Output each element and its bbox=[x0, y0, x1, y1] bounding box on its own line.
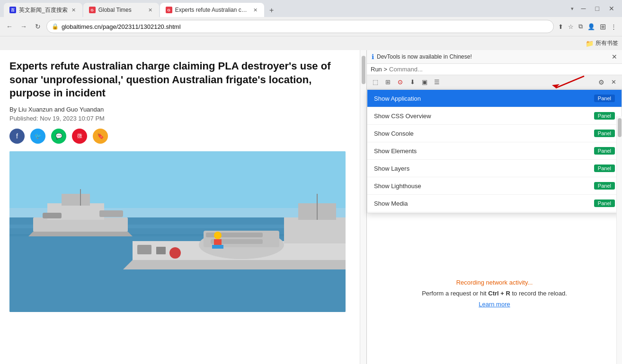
cmd-show-css-overview-label: Show CSS Overview bbox=[374, 113, 431, 120]
svg-rect-23 bbox=[212, 245, 223, 249]
browser-chrome: 百 英文新闻_百度搜索 ✕ G Global Times ✕ G Experts… bbox=[0, 0, 622, 50]
dt-notification-bar: ℹ DevTools is now available in Chinese! … bbox=[367, 50, 622, 64]
filter-icon[interactable]: ▣ bbox=[419, 77, 430, 88]
article-date: Published: Nov 19, 2023 10:07 PM bbox=[9, 115, 350, 122]
tab-gt-label: Global Times bbox=[98, 7, 144, 13]
wechat-share-button[interactable]: 💬 bbox=[51, 129, 66, 144]
cmd-elements-panel-btn[interactable]: Panel bbox=[594, 147, 615, 155]
cmd-show-media-label: Show Media bbox=[374, 200, 408, 207]
cmd-show-css-overview[interactable]: Show CSS Overview Panel bbox=[367, 107, 622, 125]
bookmarks-folder[interactable]: 📁 所有书签 bbox=[586, 39, 618, 47]
tab-article-close[interactable]: ✕ bbox=[252, 6, 258, 14]
cmd-show-elements[interactable]: Show Elements Panel bbox=[367, 142, 622, 160]
profile-icon[interactable]: 👤 bbox=[586, 22, 596, 32]
svg-rect-10 bbox=[43, 213, 62, 218]
article-author: By Liu Xuanzun and Guo Yuandan bbox=[9, 106, 350, 113]
cmd-layers-panel-btn[interactable]: Panel bbox=[594, 165, 615, 172]
learn-more-link[interactable]: Learn more bbox=[479, 301, 510, 308]
cmd-show-lighthouse-label: Show Lighthouse bbox=[374, 182, 421, 190]
settings-icon[interactable]: ⚙ bbox=[595, 77, 607, 88]
svg-point-21 bbox=[214, 232, 222, 239]
dt-toolbar: ⬚ ⊞ ⊙ ⬇ ▣ ☰ ⚙ ✕ bbox=[367, 75, 622, 89]
cmd-console-panel-btn[interactable]: Panel bbox=[594, 130, 615, 137]
page-scrollbar[interactable] bbox=[360, 50, 366, 364]
elements-tool-icon[interactable]: ⬚ bbox=[370, 77, 381, 88]
facebook-share-button[interactable]: f bbox=[9, 129, 25, 144]
command-input[interactable] bbox=[389, 66, 618, 73]
split-view-icon[interactable]: ⧉ bbox=[577, 21, 584, 32]
devtools-panel: ℹ DevTools is now available in Chinese! … bbox=[366, 50, 622, 364]
article-title: Experts refute Australian charge claimin… bbox=[9, 60, 350, 100]
dt-close-panel-icon[interactable]: ✕ bbox=[608, 77, 619, 88]
tab-strip: 百 英文新闻_百度搜索 ✕ G Global Times ✕ G Experts… bbox=[4, 0, 571, 17]
cmd-css-overview-panel-btn[interactable]: Panel bbox=[594, 112, 615, 120]
dt-scrollbar[interactable] bbox=[616, 116, 622, 364]
cmd-show-application-label: Show Application bbox=[374, 95, 421, 102]
refresh-button[interactable]: ↻ bbox=[32, 21, 44, 32]
address-text: globaltimes.cn/page/202311/1302120.shtml bbox=[62, 23, 549, 30]
page-content: Experts refute Australian charge claimin… bbox=[0, 50, 622, 364]
share-icon[interactable]: ⬆ bbox=[557, 22, 565, 32]
extensions-icon[interactable]: ⊞ bbox=[598, 21, 607, 33]
window-controls: ▾ ─ □ ✕ bbox=[571, 3, 618, 14]
baidu-favicon: 百 bbox=[9, 7, 16, 13]
tab-baidu[interactable]: 百 英文新闻_百度搜索 ✕ bbox=[4, 3, 82, 17]
tab-gt-close[interactable]: ✕ bbox=[147, 6, 153, 14]
cmd-show-elements-label: Show Elements bbox=[374, 147, 417, 155]
bookmark-star-icon[interactable]: ☆ bbox=[567, 22, 575, 32]
cmd-lighthouse-panel-btn[interactable]: Panel bbox=[594, 182, 615, 190]
command-palette: Show Application Panel Show CSS Overview… bbox=[367, 89, 622, 213]
svg-rect-8 bbox=[62, 194, 90, 206]
address-bar-row: ← → ↻ 🔒 globaltimes.cn/page/202311/13021… bbox=[0, 17, 622, 36]
tab-article[interactable]: G Experts refute Australian char... ✕ bbox=[160, 3, 264, 17]
bookmark-share-button[interactable]: 🔖 bbox=[93, 129, 108, 144]
notification-close-button[interactable]: ✕ bbox=[612, 53, 617, 61]
console-tool-icon[interactable]: ⊞ bbox=[382, 77, 393, 88]
gt-favicon-2: G bbox=[166, 7, 172, 13]
network-recording-text: Recording network activity... bbox=[456, 279, 533, 286]
title-bar: 百 英文新闻_百度搜索 ✕ G Global Times ✕ G Experts… bbox=[0, 0, 622, 17]
info-icon: ℹ bbox=[372, 53, 374, 61]
address-bar[interactable]: 🔒 globaltimes.cn/page/202311/1302120.sht… bbox=[46, 20, 554, 33]
maximize-button[interactable]: □ bbox=[592, 3, 603, 14]
article-pane: Experts refute Australian charge claimin… bbox=[0, 50, 360, 364]
cmd-show-media[interactable]: Show Media Panel bbox=[367, 195, 622, 212]
tab-globaltimes[interactable]: G Global Times ✕ bbox=[83, 3, 159, 17]
address-actions: ⬆ ☆ ⧉ 👤 ⊞ ⋮ bbox=[557, 21, 618, 33]
scroll-thumb[interactable] bbox=[362, 56, 365, 84]
dt-notification-text: DevTools is now available in Chinese! bbox=[377, 53, 472, 60]
cmd-show-application[interactable]: Show Application Panel bbox=[367, 90, 622, 107]
svg-marker-13 bbox=[123, 260, 346, 269]
cmd-media-panel-btn[interactable]: Panel bbox=[594, 199, 615, 207]
dt-scroll-thumb[interactable] bbox=[618, 118, 622, 137]
new-tab-button[interactable]: + bbox=[265, 4, 278, 17]
bookmarks-bar: 📁 所有书签 bbox=[0, 36, 622, 50]
cmd-show-lighthouse[interactable]: Show Lighthouse Panel bbox=[367, 177, 622, 195]
cmd-show-console-label: Show Console bbox=[374, 130, 414, 137]
cmd-show-layers[interactable]: Show Layers Panel bbox=[367, 160, 622, 177]
back-button[interactable]: ← bbox=[4, 21, 15, 32]
cmd-application-panel-btn[interactable]: Panel bbox=[594, 95, 615, 102]
twitter-share-button[interactable]: 🐦 bbox=[30, 129, 45, 144]
svg-point-26 bbox=[169, 247, 181, 259]
tab-article-label: Experts refute Australian char... bbox=[175, 7, 249, 13]
forward-button[interactable]: → bbox=[18, 21, 29, 32]
svg-rect-11 bbox=[99, 210, 123, 217]
cmd-show-console[interactable]: Show Console Panel bbox=[367, 125, 622, 142]
weibo-share-button[interactable]: 微 bbox=[72, 129, 87, 144]
menu-icon[interactable]: ⋮ bbox=[609, 22, 618, 32]
tab-baidu-close[interactable]: ✕ bbox=[71, 6, 77, 14]
tab-baidu-label: 英文新闻_百度搜索 bbox=[19, 6, 68, 14]
record-icon[interactable]: ⊙ bbox=[394, 77, 406, 88]
social-icons: f 🐦 💬 微 🔖 bbox=[9, 129, 350, 144]
run-label: Run > bbox=[371, 66, 387, 73]
lock-icon: 🔒 bbox=[52, 23, 59, 30]
download-icon[interactable]: ⬇ bbox=[407, 77, 418, 88]
svg-rect-18 bbox=[284, 217, 346, 243]
cmd-show-layers-label: Show Layers bbox=[374, 165, 409, 172]
article-image bbox=[9, 151, 346, 312]
more-tools-icon[interactable]: ☰ bbox=[431, 77, 443, 88]
minimize-button[interactable]: ─ bbox=[578, 3, 590, 14]
dt-network-panel: Recording network activity... Perform a … bbox=[367, 213, 622, 364]
close-window-button[interactable]: ✕ bbox=[605, 3, 618, 14]
